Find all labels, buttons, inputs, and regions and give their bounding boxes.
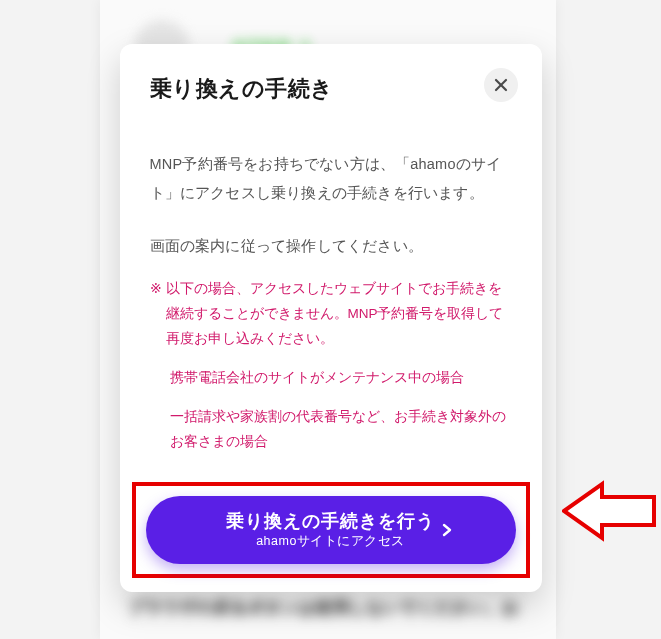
modal-title: 乗り換えの手続き bbox=[150, 74, 512, 104]
note-sub-2: 一括請求や家族割の代表番号など、お手続き対象外のお客さまの場合 bbox=[150, 405, 512, 455]
modal-paragraph-2: 画面の案内に従って操作してください。 bbox=[150, 232, 512, 261]
close-icon bbox=[494, 78, 508, 92]
modal-paragraph-1: MNP予約番号をお持ちでない方は、「ahamoのサイト」にアクセスし乗り換えの手… bbox=[150, 150, 512, 208]
proceed-button-main-label: 乗り換えの手続きを行う bbox=[226, 510, 435, 534]
cta-highlight-frame: 乗り換えの手続きを行う ahamoサイトにアクセス bbox=[132, 482, 530, 578]
svg-marker-2 bbox=[564, 484, 654, 538]
note-main-text: 以下の場合、アクセスしたウェブサイトでお手続きを継続することができません。MNP… bbox=[166, 277, 512, 352]
modal-dialog: 乗り換えの手続き MNP予約番号をお持ちでない方は、「ahamoのサイト」にアク… bbox=[120, 44, 542, 592]
note-sub-1: 携帯電話会社のサイトがメンテナンス中の場合 bbox=[150, 366, 512, 391]
proceed-button[interactable]: 乗り換えの手続きを行う ahamoサイトにアクセス bbox=[146, 496, 516, 564]
close-button[interactable] bbox=[484, 68, 518, 102]
arrow-callout-icon bbox=[562, 478, 656, 544]
note-block: ※ 以下の場合、アクセスしたウェブサイトでお手続きを継続することができません。M… bbox=[150, 277, 512, 455]
chevron-right-icon bbox=[440, 523, 454, 537]
proceed-button-sub-label: ahamoサイトにアクセス bbox=[256, 533, 405, 550]
note-mark: ※ bbox=[150, 277, 166, 352]
